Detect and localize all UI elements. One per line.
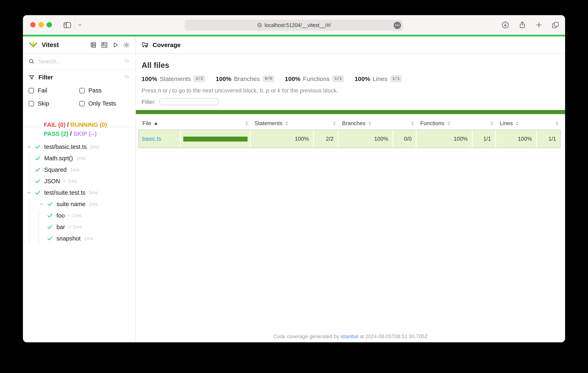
checkbox[interactable] — [29, 101, 34, 106]
stat-fraction-badge: 1/1 — [333, 75, 344, 82]
filter-checkbox-pass[interactable]: Pass — [79, 87, 102, 94]
browser-window: localhost:51204/__vitest__/#/ — [23, 15, 565, 342]
coverage-status-line — [136, 110, 565, 114]
toolbar-right-actions — [501, 15, 559, 35]
sort-asc-icon — [154, 122, 158, 124]
tree-item-label: test/suite.test.ts — [44, 189, 85, 196]
clear-search-filter-icon[interactable] — [124, 58, 130, 64]
stat-label: Lines — [373, 75, 388, 82]
checkbox[interactable] — [79, 88, 85, 93]
tree-indent-guide — [29, 176, 30, 187]
search-icon — [29, 59, 34, 64]
minimize-window-button[interactable] — [39, 22, 44, 27]
toolbar-chevron-button[interactable] — [75, 15, 84, 35]
tree-row-suite-test[interactable]: bar< 1ms — [23, 221, 136, 233]
branches-abs-cell: 0/0 — [393, 130, 416, 148]
sort-toggle-icon — [368, 121, 372, 125]
tree-row-suite[interactable]: suite name2ms — [23, 198, 136, 210]
column-label: File — [142, 120, 151, 126]
search-input[interactable] — [38, 58, 120, 65]
dashboard-button[interactable] — [101, 41, 108, 48]
clear-filter-icon[interactable] — [124, 74, 130, 80]
url-more-button[interactable] — [394, 21, 401, 29]
test-run-summary: FAIL (0) / RUNNING (0)PASS (2) / SKIP (-… — [41, 121, 110, 138]
maximize-window-button[interactable] — [47, 22, 52, 27]
theme-toggle-button[interactable] — [123, 41, 130, 48]
stat-label: Functions — [303, 75, 330, 82]
tree-item-duration: < 1ms — [63, 178, 77, 184]
tab-overview-button[interactable] — [552, 21, 559, 29]
sort-toggle-icon — [447, 121, 450, 125]
chevron-down-icon[interactable] — [26, 190, 32, 196]
stat-percent: 100% — [142, 75, 157, 82]
tree-row-suite-test[interactable]: foo< 1ms — [23, 210, 136, 221]
column-header-functions[interactable]: Functions — [416, 117, 472, 130]
branches-pct-cell: 100% — [338, 130, 393, 148]
tree-item-duration: 3ms — [89, 190, 98, 196]
globe-icon — [257, 22, 262, 28]
filter-section: Filter Fail — [23, 70, 136, 127]
hint-key: n — [158, 87, 161, 94]
close-window-button[interactable] — [30, 22, 36, 27]
pass-check-icon — [34, 144, 41, 150]
column-header-file[interactable]: File — [138, 117, 180, 130]
file-link[interactable]: basic.ts — [142, 136, 161, 142]
tree-row-file-test[interactable]: Squared1ms — [23, 164, 136, 176]
browser-toolbar: localhost:51204/__vitest__/#/ — [23, 15, 565, 35]
pass-check-icon — [47, 224, 53, 230]
hint-key: k — [278, 87, 281, 94]
sort-toggle-icon — [555, 121, 558, 125]
filter-checkbox-skip[interactable]: Skip — [29, 100, 79, 107]
istanbul-link[interactable]: istanbul — [341, 334, 358, 340]
column-header-lines[interactable]: Lines — [495, 117, 536, 130]
tree-row-file-test[interactable]: JSON< 1ms — [23, 176, 136, 187]
column-header-chart-sorter[interactable] — [180, 117, 251, 130]
column-label: Lines — [500, 120, 513, 126]
downloads-button[interactable] — [501, 21, 509, 29]
coverage-bar-fill — [183, 136, 248, 141]
url-bar[interactable]: localhost:51204/__vitest__/#/ — [185, 20, 403, 31]
tree-item-label: JSON — [44, 178, 60, 185]
hint-key: b — [260, 87, 263, 94]
tree-view-button[interactable] — [90, 41, 96, 48]
hint-text: or — [269, 87, 277, 94]
checkbox[interactable] — [79, 101, 85, 106]
tree-row-file[interactable]: test/suite.test.ts3ms — [23, 187, 136, 198]
screenshot-stage: localhost:51204/__vitest__/#/ — [0, 0, 588, 373]
pass-check-icon — [34, 178, 41, 185]
lines-pct-cell: 100% — [495, 130, 536, 148]
app-title: Vitest — [42, 41, 59, 49]
chevron-down-icon[interactable] — [26, 144, 32, 150]
sidebar-toggle-button[interactable] — [61, 15, 73, 35]
filter-checkbox-only-tests[interactable]: Only Tests — [79, 100, 116, 107]
chevron-down-icon — [77, 22, 82, 27]
column-header-statements-abs-sorter[interactable] — [314, 117, 338, 130]
share-button[interactable] — [518, 21, 526, 29]
column-header-statements[interactable]: Statements — [251, 117, 314, 130]
tree-item-duration: 1ms — [76, 155, 85, 161]
filter-checkbox-fail[interactable]: Fail — [29, 87, 79, 94]
tree-indent-guide — [39, 210, 39, 221]
summary-plain: / — [68, 130, 73, 137]
toolbar-divider — [74, 21, 75, 30]
tree-row-file-test[interactable]: Math.sqrt()1ms — [23, 153, 136, 164]
column-header-functions-abs-sorter[interactable] — [472, 117, 495, 130]
run-all-button[interactable] — [112, 41, 119, 48]
tree-row-suite-test[interactable]: snapshot1ms — [23, 233, 136, 244]
functions-pct-cell: 100% — [416, 130, 472, 148]
functions-abs-cell: 1/1 — [472, 130, 495, 148]
coverage-filter-input[interactable] — [159, 98, 219, 105]
column-header-lines-abs-sorter[interactable] — [536, 117, 561, 130]
pass-check-icon — [47, 201, 53, 207]
coverage-stats: 100%Statements2/2100%Branches0/0100%Func… — [142, 75, 565, 82]
summary-skip: SKIP (--) — [74, 130, 97, 137]
column-label: Branches — [342, 120, 365, 126]
column-header-branches-abs-sorter[interactable] — [393, 117, 416, 130]
tree-row-file[interactable]: test/basic.test.ts2ms — [23, 141, 136, 153]
pass-check-icon — [34, 155, 41, 162]
chevron-down-icon[interactable] — [39, 201, 44, 207]
sidebar-toggle-icon — [63, 21, 71, 29]
column-header-branches[interactable]: Branches — [338, 117, 393, 130]
checkbox[interactable] — [29, 88, 34, 93]
new-tab-button[interactable] — [535, 21, 543, 29]
